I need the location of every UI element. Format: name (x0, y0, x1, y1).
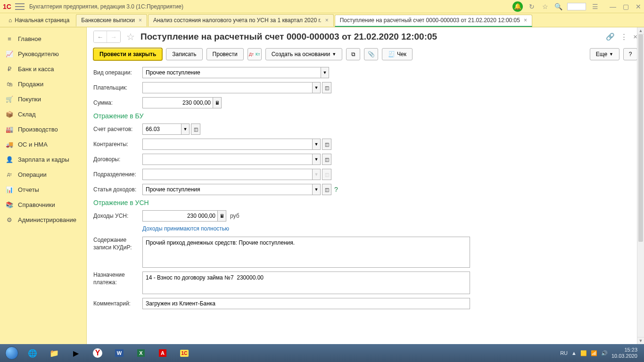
close-icon[interactable]: × (325, 17, 329, 24)
kudir-textarea[interactable] (142, 237, 470, 268)
tab-home[interactable]: ⌂ Начальная страница (2, 13, 76, 27)
taskbar-explorer[interactable]: 📁 (44, 346, 65, 360)
history-icon[interactable]: ↻ (528, 2, 536, 11)
dropdown-button[interactable]: ▼ (321, 67, 329, 78)
create-based-button[interactable]: Создать на основании ▼ (265, 48, 342, 60)
window-maximize[interactable]: ▢ (623, 3, 629, 10)
favorite-star-icon[interactable]: ☆ (126, 31, 135, 42)
help-icon[interactable]: ? (334, 186, 338, 193)
close-icon[interactable]: × (139, 17, 142, 24)
sidebar-item-assets[interactable]: 🚚ОС и НМА (0, 137, 86, 152)
taskbar-clock[interactable]: 15:23 10.03.2020 (611, 347, 637, 359)
sidebar-item-sales[interactable]: 🛍Продажи (0, 76, 86, 91)
tab-bank-statements[interactable]: Банковские выписки × (76, 14, 147, 26)
sidebar-item-production[interactable]: 🏭Производство (0, 122, 86, 137)
dtkt-button[interactable]: ДтКт (248, 48, 262, 60)
hamburger-icon[interactable] (15, 3, 25, 10)
start-button[interactable] (2, 346, 22, 361)
sidebar-item-operations[interactable]: ДтОперации (0, 167, 86, 182)
link-icon[interactable]: 🔗 (606, 33, 615, 41)
dropdown-button[interactable]: ▼ (312, 139, 321, 150)
help-button[interactable]: ? (623, 48, 637, 60)
tab-label: Анализ состояния налогового учета по УСН… (153, 17, 322, 24)
sidebar-item-admin[interactable]: ⚙Администрирование (0, 212, 86, 227)
kebab-icon[interactable]: ⋮ (620, 33, 627, 41)
dropdown-button[interactable]: ▼ (312, 82, 321, 93)
books-icon: 📚 (6, 201, 13, 208)
purpose-textarea[interactable] (142, 272, 470, 294)
structure-button[interactable]: ⧉ (346, 48, 360, 60)
dropdown-button[interactable]: ▼ (181, 123, 190, 135)
close-icon[interactable]: × (524, 17, 527, 24)
dropdown-button[interactable]: ▼ (312, 154, 321, 165)
payer-input[interactable] (142, 82, 312, 93)
contracts-input[interactable] (142, 154, 312, 165)
open-ref-button[interactable]: ◫ (322, 154, 331, 165)
sidebar-item-main[interactable]: ≡Главное (0, 31, 86, 46)
open-ref-button[interactable]: ◫ (191, 123, 200, 135)
scroll-down-icon[interactable]: ▼ (637, 337, 644, 344)
nav-forward[interactable]: → (107, 31, 120, 42)
attach-button[interactable]: 📎 (364, 48, 378, 60)
comment-input[interactable] (142, 298, 470, 309)
nav-buttons: ← → (93, 31, 121, 43)
scroll-up-icon[interactable]: ▲ (637, 27, 644, 34)
sidebar-item-purchases[interactable]: 🛒Покупки (0, 91, 86, 107)
bag-icon: 🛍 (6, 81, 13, 88)
income-full-link[interactable]: Доходы принимаются полностью (142, 225, 229, 232)
income-usn-input[interactable] (142, 210, 218, 222)
sidebar-item-reports[interactable]: 📊Отчеты (0, 182, 86, 197)
tab-receipt-active[interactable]: Поступление на расчетный счет 0000-00000… (335, 15, 532, 27)
post-button[interactable]: Провести (206, 48, 244, 60)
calculator-button[interactable]: 🖩 (213, 97, 222, 108)
taskbar-word[interactable]: W (109, 346, 130, 360)
taskbar-acrobat[interactable]: A (152, 346, 173, 360)
settings-lines-icon[interactable]: ☰ (591, 2, 599, 11)
open-ref-button[interactable]: ◫ (322, 139, 331, 150)
open-ref-button[interactable]: ◫ (322, 82, 331, 93)
sidebar-item-catalogs[interactable]: 📚Справочники (0, 197, 86, 212)
sidebar-item-manager[interactable]: 📈Руководителю (0, 46, 86, 61)
contragents-input[interactable] (142, 139, 312, 150)
sidebar-item-label: Администрирование (18, 216, 76, 223)
star-icon[interactable]: ☆ (541, 2, 549, 11)
more-button[interactable]: Еще ▼ (590, 48, 619, 60)
write-button[interactable]: Записать (166, 48, 202, 60)
taskbar-yandex[interactable]: Y (87, 346, 108, 360)
sidebar-item-bank[interactable]: ₽Банк и касса (0, 61, 86, 76)
dropdown-button[interactable]: ▼ (312, 184, 321, 195)
lang-indicator[interactable]: RU (560, 350, 568, 356)
taskbar-mediaplayer[interactable]: ▶ (66, 346, 86, 360)
vertical-scrollbar[interactable]: ▲ ▼ (637, 27, 644, 344)
taskbar-excel[interactable]: X (131, 346, 151, 360)
tray-sound-icon[interactable]: 🔊 (601, 350, 608, 356)
open-ref-button[interactable]: ◫ (322, 184, 331, 195)
post-and-close-button[interactable]: Провести и закрыть (93, 48, 162, 60)
sidebar-item-label: Зарплата и кадры (18, 156, 69, 163)
window-close[interactable]: ✕ (636, 3, 641, 10)
income-item-input[interactable] (142, 184, 312, 195)
nav-back[interactable]: ← (94, 31, 107, 42)
account-input[interactable] (142, 123, 181, 135)
label-account: Счет расчетов: (93, 126, 142, 132)
sum-input[interactable] (142, 97, 213, 108)
sidebar-item-hr[interactable]: 👤Зарплата и кадры (0, 152, 86, 167)
window-minimize[interactable]: — (610, 3, 616, 10)
tray-flag-icon[interactable]: ▲ (571, 350, 577, 356)
taskbar-1c[interactable]: 1C (174, 346, 195, 360)
sidebar-item-stock[interactable]: 📦Склад (0, 107, 86, 122)
search-box-mini[interactable] (567, 3, 586, 10)
taskbar-ie[interactable]: 🌐 (22, 346, 43, 360)
calculator-button[interactable]: 🖩 (218, 210, 226, 222)
operation-type-input[interactable] (142, 67, 321, 78)
check-button[interactable]: 🧾 Чек (382, 48, 413, 60)
label-income-item: Статья доходов: (93, 186, 142, 193)
scroll-thumb[interactable] (638, 34, 643, 242)
search-icon[interactable]: 🔍 (554, 2, 562, 11)
sidebar: ≡Главное 📈Руководителю ₽Банк и касса 🛍Пр… (0, 27, 87, 344)
tab-home-label: Начальная страница (15, 17, 69, 24)
tab-usn-analysis[interactable]: Анализ состояния налогового учета по УСН… (148, 14, 334, 26)
tray-app-icon[interactable]: 🟨 (580, 350, 587, 356)
tray-network-icon[interactable]: 📶 (591, 350, 597, 356)
bell-icon[interactable]: 🔔 (512, 1, 523, 12)
